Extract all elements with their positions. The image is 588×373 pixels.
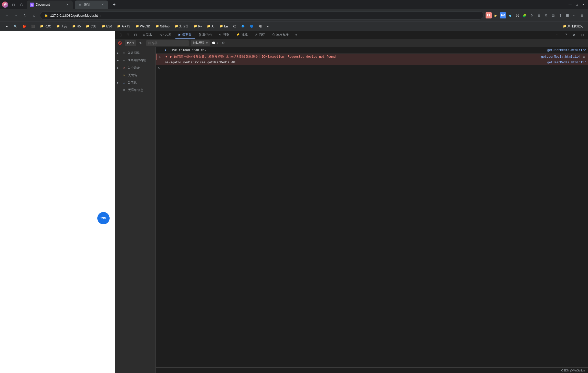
- bookmark-h5[interactable]: 📁 H5: [70, 24, 83, 29]
- live-expression-btn[interactable]: 👁: [138, 40, 144, 46]
- maximize-btn[interactable]: □: [574, 2, 579, 7]
- msg-row-1[interactable]: ℹ Live reload enabled. getUserMedia.html…: [156, 47, 588, 53]
- ext-diamond-icon[interactable]: ◆: [507, 12, 513, 18]
- tab-settings[interactable]: ⚙ 设置 ✕: [75, 1, 108, 9]
- bm-rdc-text: RDC: [45, 25, 51, 28]
- bm-web3d-text: Web3D: [140, 25, 150, 28]
- profile-avatar[interactable]: 程: [2, 2, 8, 8]
- bookmark-zhi[interactable]: 知: [257, 23, 264, 29]
- ext-extra3-icon[interactable]: ⊡: [550, 12, 556, 18]
- dt-tab-console[interactable]: ▶ 控制台: [175, 31, 195, 39]
- dt-help-btn[interactable]: ?: [562, 31, 570, 38]
- bookmark-icon1[interactable]: ●: [3, 24, 11, 29]
- sidebar-item-errors[interactable]: ▶ ✕ 1 个错误: [115, 64, 155, 72]
- bookmark-icon2[interactable]: 🔍: [12, 24, 19, 29]
- bookmark-github[interactable]: 📁 GitHub: [153, 24, 172, 29]
- bookmark-cs3[interactable]: 📁 CS3: [84, 24, 98, 29]
- ext-translate-icon[interactable]: FE: [486, 12, 492, 18]
- msg2-location[interactable]: getUserMedia.html:114: [541, 55, 580, 59]
- home-btn[interactable]: ⌂: [31, 12, 38, 19]
- ext-play-icon[interactable]: ▶: [493, 12, 499, 18]
- msg2-copy-btn[interactable]: ⧉: [582, 55, 586, 59]
- console-prompt-row[interactable]: >: [156, 65, 588, 72]
- console-filter-input[interactable]: [146, 40, 189, 46]
- bookmark-icon3[interactable]: 🍎: [20, 24, 28, 29]
- bookmark-arkts[interactable]: 📁 ArkTS: [115, 24, 132, 29]
- ext-extra4-icon[interactable]: ↧: [557, 12, 563, 18]
- new-window-btn[interactable]: ⬡: [18, 2, 25, 8]
- sidebar-item-info[interactable]: ▶ ℹ 2 信息: [115, 79, 155, 86]
- dt-tab-application[interactable]: ⬡ 应用程序: [269, 31, 292, 39]
- console-output[interactable]: ℹ Live reload enabled. getUserMedia.html…: [156, 47, 588, 367]
- msg-row-2[interactable]: ▶ ● ▶ 访问用户媒体设备失败: 权限被拒绝 或 未识别到多媒体设备! DOM…: [156, 54, 588, 60]
- sidebar-item-verbose[interactable]: ≋ 无详细信息: [115, 86, 155, 94]
- tab-document-close[interactable]: ✕: [65, 2, 70, 7]
- dt-tab-memory[interactable]: ◎ 内存: [252, 31, 268, 39]
- ext-extra2-icon[interactable]: ⧉: [543, 12, 549, 18]
- close-btn[interactable]: ✕: [581, 2, 586, 7]
- bookmark-rdc[interactable]: 📁 RDC: [38, 24, 53, 29]
- bm-arkts-icon: 📁: [117, 25, 121, 28]
- toolbar-actions: FE ▶ 908 ◆ 𝕄 🧩 ↻ ⊞ ⧉ ⊡ ↧ ☰ ⋯ ⊟: [486, 12, 585, 18]
- log-level-dropdown[interactable]: 默认级别 ▾: [191, 40, 210, 46]
- bookmark-extra2[interactable]: 🔵: [248, 24, 256, 29]
- address-input-container[interactable]: 🔒 127.0.0.1:8080/getUserMedia.html: [40, 11, 484, 19]
- ext-908-icon[interactable]: 908: [500, 12, 506, 18]
- prompt-arrow: >: [158, 66, 160, 70]
- sidebar-toggle-icon[interactable]: ⊟: [579, 12, 585, 18]
- console-clear-btn[interactable]: 🚫: [117, 40, 123, 46]
- bookmark-py[interactable]: 📁 Py: [192, 24, 204, 29]
- dt-settings-btn[interactable]: ⋯: [554, 31, 561, 38]
- msg2-expand[interactable]: ▶: [159, 55, 162, 59]
- info-icon: ℹ: [122, 81, 126, 85]
- msg1-location[interactable]: getUserMedia.html:172: [547, 48, 586, 52]
- device-toggle-btn[interactable]: ⊟: [124, 32, 131, 38]
- refresh-btn[interactable]: ↻: [22, 12, 29, 19]
- ext-extra1-icon[interactable]: ⊞: [536, 12, 542, 18]
- dt-tab-network[interactable]: ≋ 网络: [216, 31, 232, 39]
- user-messages-icon: ≡: [122, 58, 126, 63]
- tab-settings-close[interactable]: ✕: [100, 2, 105, 7]
- dt-tab-performance[interactable]: ⚡ 性能: [233, 31, 251, 39]
- dt-tab-welcome[interactable]: ⌂ 欢迎: [140, 31, 155, 39]
- bookmark-tools[interactable]: 📁 工具: [54, 23, 69, 29]
- bookmark-es6[interactable]: 📁 ES6: [100, 24, 114, 29]
- dt-more-tabs-btn[interactable]: »: [293, 31, 300, 38]
- bookmark-extra1[interactable]: 🔷: [239, 24, 247, 29]
- msg2-sub-location[interactable]: getUserMedia.html:117: [547, 61, 586, 64]
- ext-bars-icon[interactable]: 𝕄: [514, 12, 520, 18]
- dt-tab-sources[interactable]: {} 源代码: [196, 31, 215, 39]
- bookmark-anxin[interactable]: 📁 安信国: [173, 23, 191, 29]
- inspect-element-btn[interactable]: ⬚: [117, 32, 123, 38]
- bookmark-more[interactable]: »: [265, 24, 271, 29]
- dt-tab-application-icon: ⬡: [272, 33, 275, 36]
- bm-cs3-icon: 📁: [86, 25, 89, 28]
- bookmark-cheng[interactable]: 程: [231, 23, 238, 29]
- dt-tab-elements[interactable]: </> 元素: [156, 31, 174, 39]
- new-tab-btn[interactable]: +: [110, 1, 118, 9]
- ext-puzzle-icon[interactable]: 🧩: [521, 12, 528, 18]
- minimize-btn[interactable]: —: [568, 2, 573, 7]
- devtools-dock-btn[interactable]: ⊡: [132, 32, 139, 38]
- msg2-sub-row[interactable]: navigator.mediaDevices.getUserMedia API …: [156, 60, 588, 65]
- sidebar-item-warnings[interactable]: ⚠ 无警告: [115, 72, 155, 79]
- sidebar-item-user-messages[interactable]: ▶ ≡ 3 条用户消息: [115, 57, 155, 64]
- ext-extra6-icon[interactable]: ⋯: [572, 12, 578, 18]
- tab-document[interactable]: 程 Document ✕: [27, 1, 73, 9]
- bookmark-other[interactable]: 📁 其他收藏夹: [561, 23, 585, 29]
- back-btn[interactable]: ←: [3, 12, 10, 19]
- bookmark-web3d[interactable]: 📁 Web3D: [133, 24, 152, 29]
- bm-rdc-icon: 📁: [40, 25, 44, 28]
- console-settings-btn[interactable]: ⚙: [220, 40, 226, 46]
- bookmark-icon4[interactable]: ⬛: [29, 24, 37, 29]
- tab-overview-btn[interactable]: ⊟: [10, 2, 16, 8]
- dt-close-btn[interactable]: ✕: [571, 31, 578, 38]
- sidebar-item-messages[interactable]: ▶ ≡ 3 条消息: [115, 49, 155, 57]
- context-dropdown[interactable]: top ▾: [125, 40, 136, 46]
- bookmark-ai[interactable]: 📁 AI: [205, 24, 216, 29]
- ext-extra5-icon[interactable]: ☰: [564, 12, 571, 18]
- forward-btn[interactable]: →: [12, 12, 19, 19]
- bookmark-en[interactable]: 📁 En: [217, 24, 230, 29]
- dt-dock-btn[interactable]: ⊡: [579, 31, 586, 38]
- ext-refresh-icon[interactable]: ↻: [529, 12, 535, 18]
